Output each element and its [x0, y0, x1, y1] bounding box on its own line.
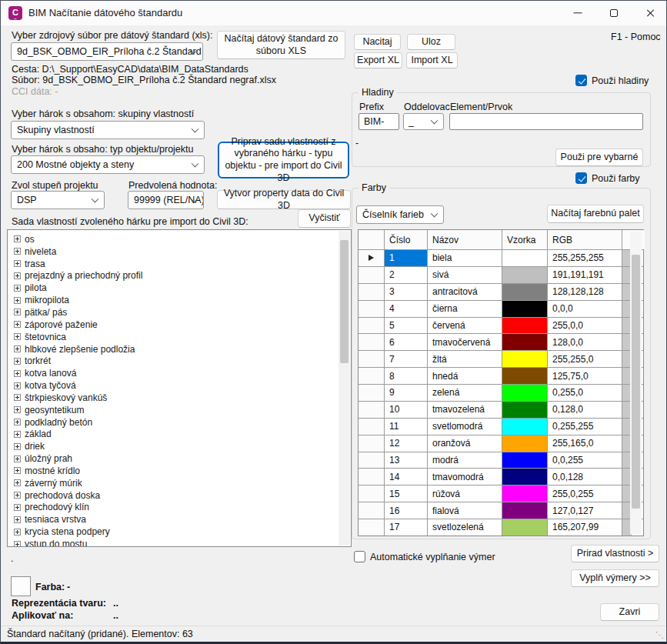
row-selector-cell[interactable] [359, 519, 385, 536]
tree-item[interactable]: pilota [12, 282, 337, 294]
row-selector-cell[interactable] [359, 435, 385, 452]
table-row[interactable]: 6tmavočervená128,0,0 [359, 334, 643, 351]
expand-plus-icon[interactable] [14, 541, 21, 547]
table-row[interactable]: 1biela255,255,255 [359, 250, 643, 267]
row-selector-cell[interactable] [359, 318, 385, 334]
cell-rgb[interactable]: 0,255,0 [548, 385, 622, 401]
row-selector-cell[interactable] [359, 284, 385, 300]
source-file-combobox[interactable]: 9d_BSK_OBMO_EIR_Príloha č.2 Štandard neg [11, 42, 203, 61]
tree-item[interactable]: torkrét [12, 355, 337, 367]
export-xl-button[interactable]: Export XL [354, 52, 402, 68]
tree-item[interactable]: niveleta [12, 245, 337, 258]
row-selector-cell[interactable] [359, 502, 385, 519]
cell-vzorka[interactable] [502, 452, 548, 469]
expand-plus-icon[interactable] [14, 419, 21, 425]
cell-cislo[interactable]: 5 [385, 318, 428, 334]
cell-rgb[interactable]: 125,75,0 [548, 368, 622, 384]
cell-rgb[interactable]: 128,0,0 [548, 334, 622, 350]
resize-grip-icon[interactable] [655, 630, 664, 640]
load-xls-button[interactable]: Načítaj dátový štandard zo súboru XLS [217, 31, 345, 59]
cell-rgb[interactable]: 0,0,0 [548, 301, 622, 317]
tree-item[interactable]: záporové paženie [12, 319, 337, 331]
sheet-type-combobox[interactable]: 200 Mostné objekty a steny [11, 155, 205, 174]
property-tree[interactable]: osniveletatrasaprejazdný a priechodný pr… [7, 229, 352, 547]
cell-nazov[interactable]: rúžová [428, 486, 502, 502]
cell-rgb[interactable]: 127,0,127 [548, 502, 622, 519]
row-selector-cell[interactable] [359, 351, 385, 367]
cell-vzorka[interactable] [502, 334, 548, 350]
expand-plus-icon[interactable] [14, 492, 21, 499]
row-selector-cell[interactable] [359, 452, 385, 469]
expand-plus-icon[interactable] [14, 370, 21, 377]
table-row[interactable]: 16fialová127,0,127 [359, 502, 643, 519]
tree-item[interactable]: driek [12, 440, 337, 452]
cell-vzorka[interactable] [502, 385, 548, 401]
expand-plus-icon[interactable] [14, 516, 21, 523]
cell-nazov[interactable]: modrá [428, 452, 502, 469]
cell-cislo[interactable]: 11 [385, 419, 428, 435]
expand-plus-icon[interactable] [14, 467, 21, 474]
cell-rgb[interactable]: 255,255,0 [548, 351, 622, 367]
tree-item[interactable]: trasa [12, 258, 337, 270]
table-row[interactable]: 3antracitová128,128,128 [359, 284, 643, 301]
expand-plus-icon[interactable] [14, 358, 21, 365]
cell-cislo[interactable]: 17 [385, 519, 428, 536]
table-row[interactable]: 12oranžová255,165,0 [359, 435, 643, 452]
cell-rgb[interactable]: 191,191,191 [548, 267, 622, 283]
apply-for-selected-button[interactable]: Použi pre vybarné [555, 148, 643, 166]
tree-item[interactable]: vstup do mostu [12, 538, 337, 547]
cell-rgb[interactable]: 255,255,255 [548, 250, 622, 266]
cell-nazov[interactable]: zelená [428, 385, 502, 401]
table-row[interactable]: 4čierna0,0,0 [359, 301, 643, 318]
cell-vzorka[interactable] [502, 519, 548, 536]
cell-rgb[interactable]: 0,128,0 [548, 402, 622, 418]
clear-button[interactable]: Vyčistiť [298, 209, 351, 228]
cell-nazov[interactable]: tmavočervená [428, 334, 502, 350]
cell-vzorka[interactable] [502, 502, 548, 519]
table-row[interactable]: 11svetlomodrá0,255,255 [359, 419, 643, 435]
tree-item[interactable]: záverný múrik [12, 477, 337, 489]
color-list-combobox[interactable]: Číselník farieb [356, 205, 444, 224]
row-selector-cell[interactable] [359, 419, 385, 435]
expand-plus-icon[interactable] [14, 248, 21, 255]
default-value-combobox[interactable]: 99999 (REL/NA) [128, 191, 204, 209]
cell-cislo[interactable]: 1 [385, 250, 428, 266]
tree-item[interactable]: mostné krídlo [12, 465, 337, 477]
tree-item[interactable]: základ [12, 429, 337, 441]
row-selector-cell[interactable] [359, 250, 385, 266]
cell-cislo[interactable]: 9 [385, 385, 428, 401]
minimize-button[interactable] [562, 1, 594, 25]
expand-plus-icon[interactable] [14, 235, 21, 242]
tree-item[interactable]: prechodový klín [12, 502, 337, 514]
cell-nazov[interactable]: červená [428, 318, 502, 334]
row-selector-cell[interactable] [359, 469, 385, 485]
cell-rgb[interactable]: 255,165,0 [548, 435, 622, 452]
expand-plus-icon[interactable] [14, 431, 21, 438]
cell-nazov[interactable]: svetlomodrá [428, 419, 502, 435]
cell-vzorka[interactable] [502, 402, 548, 418]
table-row[interactable]: 7žltá255,255,0 [359, 351, 643, 368]
uloz-button[interactable]: Uloz [407, 34, 455, 50]
cell-vzorka[interactable] [502, 435, 548, 452]
table-scrollbar-thumb[interactable] [632, 255, 640, 509]
sheet-groups-combobox[interactable]: Skupiny vlastností [11, 121, 205, 139]
cell-nazov[interactable]: čierna [428, 301, 502, 317]
cell-nazov[interactable]: tmavomodrá [428, 469, 502, 485]
expand-plus-icon[interactable] [14, 297, 21, 304]
expand-plus-icon[interactable] [14, 529, 21, 536]
cell-cislo[interactable]: 2 [385, 267, 428, 283]
expand-plus-icon[interactable] [14, 382, 21, 389]
tree-item[interactable]: kotva tyčová [12, 379, 337, 392]
cell-rgb[interactable]: 255,0,0 [548, 318, 622, 334]
cell-rgb[interactable]: 255,0,255 [548, 486, 622, 502]
maximize-button[interactable] [598, 1, 630, 25]
cell-rgb[interactable]: 0,0,128 [548, 469, 622, 485]
load-palette-button[interactable]: Načítaj farebnú palet [547, 205, 644, 223]
cell-nazov[interactable]: antracitová [428, 284, 502, 300]
tree-item[interactable]: úložný prah [12, 452, 337, 465]
cell-rgb[interactable]: 0,255,255 [548, 419, 622, 435]
expand-plus-icon[interactable] [14, 321, 21, 328]
create-property-data-button[interactable]: Vytvor property data do Civil 3D [217, 190, 351, 209]
table-row[interactable]: 17svetlozelená165,207,99 [359, 519, 643, 536]
cell-cislo[interactable]: 12 [385, 435, 428, 452]
